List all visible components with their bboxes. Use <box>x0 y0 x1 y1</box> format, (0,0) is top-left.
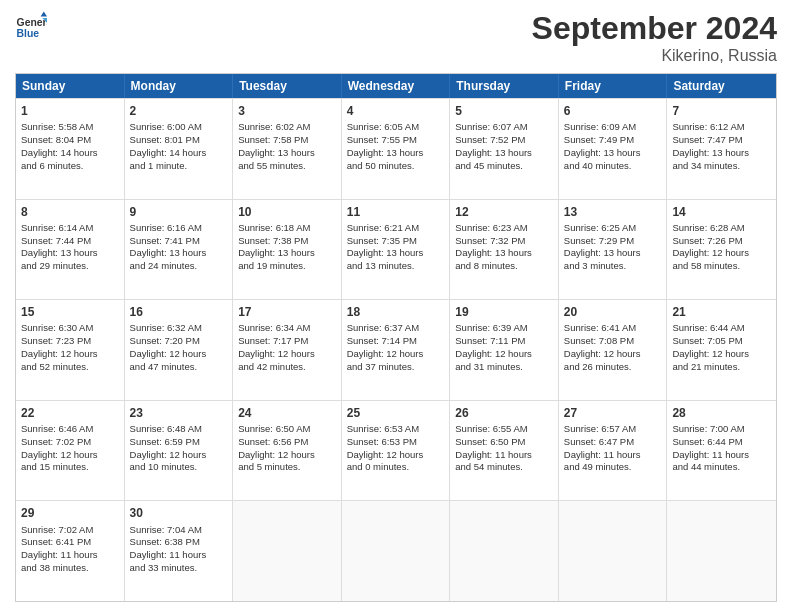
header-monday: Monday <box>125 74 234 98</box>
day-8: 8Sunrise: 6:14 AMSunset: 7:44 PMDaylight… <box>16 200 125 300</box>
header-thursday: Thursday <box>450 74 559 98</box>
svg-text:Blue: Blue <box>17 28 40 39</box>
month-title: September 2024 <box>532 10 777 47</box>
day-27: 27Sunrise: 6:57 AMSunset: 6:47 PMDayligh… <box>559 401 668 501</box>
day-15: 15Sunrise: 6:30 AMSunset: 7:23 PMDayligh… <box>16 300 125 400</box>
day-23: 23Sunrise: 6:48 AMSunset: 6:59 PMDayligh… <box>125 401 234 501</box>
day-26: 26Sunrise: 6:55 AMSunset: 6:50 PMDayligh… <box>450 401 559 501</box>
header-sunday: Sunday <box>16 74 125 98</box>
logo: General Blue <box>15 10 47 42</box>
day-20: 20Sunrise: 6:41 AMSunset: 7:08 PMDayligh… <box>559 300 668 400</box>
day-3: 3Sunrise: 6:02 AMSunset: 7:58 PMDaylight… <box>233 99 342 199</box>
day-5: 5Sunrise: 6:07 AMSunset: 7:52 PMDaylight… <box>450 99 559 199</box>
day-9: 9Sunrise: 6:16 AMSunset: 7:41 PMDaylight… <box>125 200 234 300</box>
day-14: 14Sunrise: 6:28 AMSunset: 7:26 PMDayligh… <box>667 200 776 300</box>
week-row-1: 1Sunrise: 5:58 AMSunset: 8:04 PMDaylight… <box>16 98 776 199</box>
day-19: 19Sunrise: 6:39 AMSunset: 7:11 PMDayligh… <box>450 300 559 400</box>
day-18: 18Sunrise: 6:37 AMSunset: 7:14 PMDayligh… <box>342 300 451 400</box>
day-30: 30Sunrise: 7:04 AMSunset: 6:38 PMDayligh… <box>125 501 234 601</box>
day-17: 17Sunrise: 6:34 AMSunset: 7:17 PMDayligh… <box>233 300 342 400</box>
logo-icon: General Blue <box>15 10 47 42</box>
day-empty <box>450 501 559 601</box>
location: Kikerino, Russia <box>532 47 777 65</box>
week-row-2: 8Sunrise: 6:14 AMSunset: 7:44 PMDaylight… <box>16 199 776 300</box>
day-16: 16Sunrise: 6:32 AMSunset: 7:20 PMDayligh… <box>125 300 234 400</box>
title-block: September 2024 Kikerino, Russia <box>532 10 777 65</box>
calendar-header: Sunday Monday Tuesday Wednesday Thursday… <box>16 74 776 98</box>
calendar: Sunday Monday Tuesday Wednesday Thursday… <box>15 73 777 602</box>
day-28: 28Sunrise: 7:00 AMSunset: 6:44 PMDayligh… <box>667 401 776 501</box>
week-row-3: 15Sunrise: 6:30 AMSunset: 7:23 PMDayligh… <box>16 299 776 400</box>
day-24: 24Sunrise: 6:50 AMSunset: 6:56 PMDayligh… <box>233 401 342 501</box>
day-empty <box>233 501 342 601</box>
day-7: 7Sunrise: 6:12 AMSunset: 7:47 PMDaylight… <box>667 99 776 199</box>
day-25: 25Sunrise: 6:53 AMSunset: 6:53 PMDayligh… <box>342 401 451 501</box>
day-6: 6Sunrise: 6:09 AMSunset: 7:49 PMDaylight… <box>559 99 668 199</box>
week-row-4: 22Sunrise: 6:46 AMSunset: 7:02 PMDayligh… <box>16 400 776 501</box>
day-12: 12Sunrise: 6:23 AMSunset: 7:32 PMDayligh… <box>450 200 559 300</box>
header-tuesday: Tuesday <box>233 74 342 98</box>
day-4: 4Sunrise: 6:05 AMSunset: 7:55 PMDaylight… <box>342 99 451 199</box>
day-empty <box>342 501 451 601</box>
day-1: 1Sunrise: 5:58 AMSunset: 8:04 PMDaylight… <box>16 99 125 199</box>
header-wednesday: Wednesday <box>342 74 451 98</box>
day-22: 22Sunrise: 6:46 AMSunset: 7:02 PMDayligh… <box>16 401 125 501</box>
week-row-5: 29Sunrise: 7:02 AMSunset: 6:41 PMDayligh… <box>16 500 776 601</box>
day-empty <box>667 501 776 601</box>
svg-marker-2 <box>41 12 47 17</box>
day-2: 2Sunrise: 6:00 AMSunset: 8:01 PMDaylight… <box>125 99 234 199</box>
day-10: 10Sunrise: 6:18 AMSunset: 7:38 PMDayligh… <box>233 200 342 300</box>
calendar-body: 1Sunrise: 5:58 AMSunset: 8:04 PMDaylight… <box>16 98 776 601</box>
day-empty <box>559 501 668 601</box>
header-friday: Friday <box>559 74 668 98</box>
day-13: 13Sunrise: 6:25 AMSunset: 7:29 PMDayligh… <box>559 200 668 300</box>
header-saturday: Saturday <box>667 74 776 98</box>
day-11: 11Sunrise: 6:21 AMSunset: 7:35 PMDayligh… <box>342 200 451 300</box>
day-29: 29Sunrise: 7:02 AMSunset: 6:41 PMDayligh… <box>16 501 125 601</box>
day-21: 21Sunrise: 6:44 AMSunset: 7:05 PMDayligh… <box>667 300 776 400</box>
header: General Blue September 2024 Kikerino, Ru… <box>15 10 777 65</box>
page: General Blue September 2024 Kikerino, Ru… <box>0 0 792 612</box>
svg-text:General: General <box>17 17 47 28</box>
